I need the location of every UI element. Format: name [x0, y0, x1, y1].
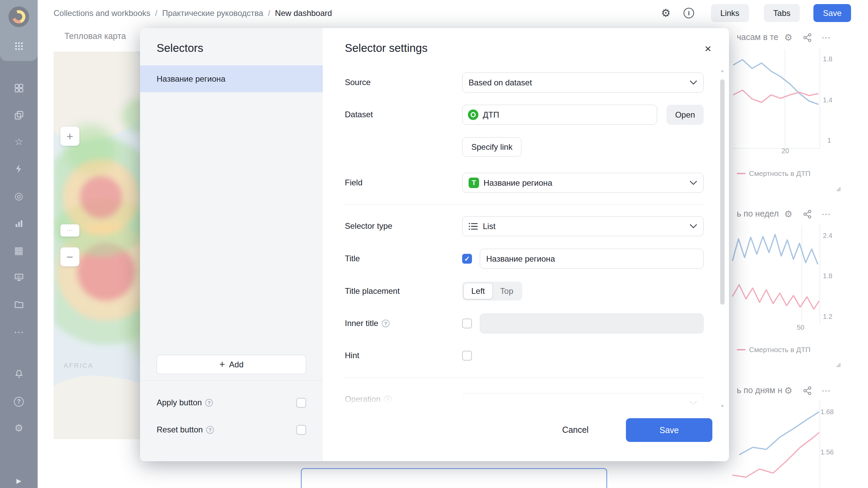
- dataset-label: Dataset: [345, 109, 373, 120]
- reset-button-row: Reset button ?: [140, 420, 323, 440]
- content-fade: [323, 381, 729, 408]
- title-placement-label: Title placement: [345, 286, 400, 296]
- list-icon: [469, 222, 478, 230]
- selectors-panel: Selectors Название региона + Add Apply b…: [140, 28, 323, 461]
- help-question-icon[interactable]: ?: [206, 426, 214, 434]
- settings-form: Source Based on dataset Dataset ДТП Open…: [323, 28, 729, 408]
- apply-button-checkbox[interactable]: [296, 398, 306, 408]
- scroll-down-icon[interactable]: ▼: [720, 404, 725, 409]
- breadcrumb-separator: /: [268, 8, 270, 18]
- field-label: Field: [345, 178, 362, 188]
- field-select-value: Название региона: [484, 178, 552, 188]
- selector-type-select[interactable]: List: [462, 216, 704, 236]
- selectors-panel-title: Selectors: [157, 42, 203, 55]
- open-dataset-button[interactable]: Open: [667, 105, 704, 125]
- header-save-button[interactable]: Save: [813, 4, 851, 22]
- selector-type-label: Selector type: [345, 221, 392, 231]
- selector-type-value: List: [483, 222, 495, 231]
- title-checkbox[interactable]: ✓: [462, 254, 472, 264]
- info-icon[interactable]: i: [681, 5, 697, 21]
- breadcrumb-collections[interactable]: Collections and workbooks: [54, 8, 150, 18]
- apply-button-row: Apply button ?: [140, 393, 323, 412]
- links-button[interactable]: Links: [711, 4, 749, 22]
- chevron-down-icon: [690, 80, 697, 85]
- source-select-value: Based on dataset: [469, 78, 532, 87]
- dataset-icon: [468, 109, 478, 120]
- source-label: Source: [345, 77, 371, 87]
- help-question-icon[interactable]: ?: [205, 399, 213, 407]
- reset-button-checkbox[interactable]: [296, 425, 306, 435]
- reset-button-label: Reset button: [157, 425, 203, 434]
- specify-link-button[interactable]: Specify link: [462, 137, 521, 157]
- form-divider: [345, 204, 704, 205]
- cancel-button[interactable]: Cancel: [552, 420, 599, 440]
- selector-list-item-selected[interactable]: Название региона: [140, 65, 323, 92]
- dataset-name: ДТП: [483, 110, 499, 120]
- dialog-save-button[interactable]: Save: [626, 418, 712, 442]
- inner-title-input: [480, 313, 704, 333]
- form-divider: [345, 378, 704, 378]
- placement-left-option[interactable]: Left: [463, 283, 493, 299]
- apply-button-label: Apply button: [157, 398, 202, 407]
- string-field-type-icon: T: [469, 178, 479, 188]
- tabs-button[interactable]: Tabs: [764, 4, 800, 22]
- scroll-up-icon[interactable]: ▲: [720, 68, 725, 73]
- hint-label: Hint: [345, 350, 359, 361]
- dialog-scrollbar[interactable]: [720, 79, 725, 305]
- add-selector-button[interactable]: + Add: [157, 355, 306, 374]
- breadcrumb-workbook[interactable]: Практические руководства: [162, 8, 263, 18]
- chevron-down-icon: [690, 224, 697, 229]
- hint-checkbox[interactable]: [462, 351, 472, 361]
- inner-title-label: Inner title ?: [345, 318, 390, 328]
- title-label: Title: [345, 253, 360, 264]
- breadcrumb-current-dashboard: New dashboard: [275, 8, 332, 18]
- placement-top-option[interactable]: Top: [493, 283, 521, 299]
- field-select[interactable]: T Название региона: [462, 173, 704, 193]
- breadcrumb-separator: /: [155, 8, 157, 18]
- inner-title-checkbox[interactable]: [462, 319, 472, 328]
- help-question-icon[interactable]: ?: [382, 320, 390, 327]
- settings-gear-icon[interactable]: ⚙: [658, 5, 674, 21]
- title-input[interactable]: [480, 249, 704, 269]
- plus-icon: +: [219, 360, 225, 369]
- panel-divider: [140, 380, 323, 381]
- title-placement-toggle: Left Top: [462, 282, 522, 301]
- chevron-down-icon: [690, 181, 697, 185]
- selector-dialog: Selectors Название региона + Add Apply b…: [140, 28, 729, 461]
- source-select[interactable]: Based on dataset: [462, 73, 704, 93]
- selector-settings-panel: Selector settings × Source Based on data…: [323, 28, 729, 461]
- dataset-field[interactable]: ДТП: [462, 105, 657, 125]
- top-header: Collections and workbooks / Практические…: [38, 0, 868, 26]
